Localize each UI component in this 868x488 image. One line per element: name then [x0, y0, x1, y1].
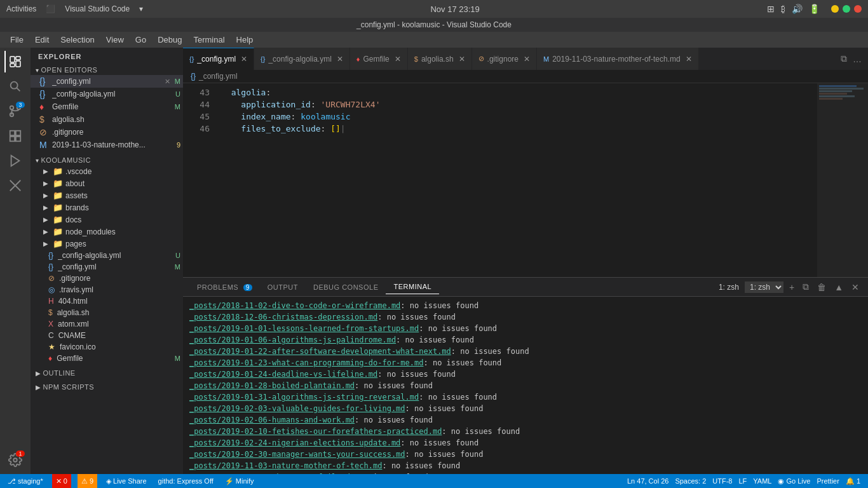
folder-docs[interactable]: ▶ 📁 docs: [31, 214, 183, 226]
outline-toggle[interactable]: ▶ OUTLINE: [31, 368, 183, 378]
menu-selection[interactable]: Selection: [55, 34, 99, 46]
breadcrumb-label[interactable]: _config.yml: [199, 72, 238, 81]
minimize-button[interactable]: [831, 5, 839, 13]
term-link-1[interactable]: _posts/2018-11-02-dive-to-code-or-wirefr…: [189, 301, 400, 310]
maximize-button[interactable]: [843, 5, 850, 13]
open-editor-gemfile[interactable]: ♦ Gemfile M: [31, 100, 183, 113]
terminal-select[interactable]: 1: zsh: [745, 281, 783, 293]
tab-gemfile-close[interactable]: ✕: [395, 55, 401, 64]
tab-algolia-sh[interactable]: $ algolia.sh ✕: [408, 48, 472, 70]
run-icon[interactable]: [4, 150, 26, 172]
term-link-10[interactable]: _posts/2019-02-03-valuable-guides-for-li…: [189, 404, 405, 413]
tab-gemfile[interactable]: ♦ Gemfile ✕: [350, 48, 408, 70]
terminal-content[interactable]: _posts/2018-11-02-dive-to-code-or-wirefr…: [183, 297, 868, 474]
status-spaces[interactable]: Spaces: 2: [672, 477, 709, 485]
term-link-8[interactable]: _posts/2019-01-28-boiled-plantain.md: [189, 381, 355, 390]
open-editor-nature-md[interactable]: M 2019-11-03-nature-mothe... 9: [31, 139, 183, 151]
file-travis[interactable]: ◎ .travis.yml: [31, 284, 183, 295]
source-control-icon[interactable]: 3: [4, 100, 26, 122]
status-encoding[interactable]: UTF-8: [710, 477, 735, 485]
panel-maximize-button[interactable]: ▲: [832, 281, 846, 294]
status-position[interactable]: Ln 47, Col 26: [625, 477, 671, 485]
code-editor[interactable]: algolia: application_id: 'URCWH72LX4' in…: [215, 83, 817, 277]
npm-scripts-toggle[interactable]: ▶ NPM SCRIPTS: [31, 382, 183, 392]
file-404[interactable]: H 404.html: [31, 295, 183, 307]
tab-gitignore-close[interactable]: ✕: [524, 55, 530, 64]
status-branch[interactable]: ⎇ staging*: [5, 477, 46, 485]
menu-debug[interactable]: Debug: [153, 34, 187, 46]
term-link-15[interactable]: _posts/2019-11-03-nature-mother-of-tech.…: [189, 461, 382, 470]
search-icon[interactable]: [4, 76, 26, 97]
file-gitignore[interactable]: ⊘ .gitignore: [31, 273, 183, 284]
git-icon[interactable]: [4, 175, 26, 196]
kill-terminal-button[interactable]: 🗑: [815, 281, 829, 294]
menu-view[interactable]: View: [101, 34, 129, 46]
status-language[interactable]: YAML: [750, 477, 774, 485]
term-link-13[interactable]: _posts/2019-02-24-nigerian-elections-upd…: [189, 438, 400, 447]
tab-config-yml-close[interactable]: ✕: [241, 55, 247, 64]
status-go-live[interactable]: ◉ Go Live: [775, 477, 813, 485]
more-actions-button[interactable]: …: [851, 53, 863, 65]
split-editor-button[interactable]: ⧉: [839, 52, 848, 65]
file-config-algolia[interactable]: {} _config-algolia.yml U: [31, 250, 183, 261]
menu-go[interactable]: Go: [130, 34, 151, 46]
close-button[interactable]: [854, 5, 862, 13]
file-cname[interactable]: C CNAME: [31, 330, 183, 341]
folder-pages[interactable]: ▶ 📁 pages: [31, 238, 183, 250]
battery-icon[interactable]: 🔋: [809, 4, 820, 14]
new-terminal-button[interactable]: +: [787, 281, 797, 294]
menu-file[interactable]: File: [5, 34, 29, 46]
split-terminal-button[interactable]: ⧉: [800, 280, 811, 294]
panel-tab-problems[interactable]: PROBLEMS 9: [189, 280, 260, 294]
term-link-2[interactable]: _posts/2018-12-06-christmas-depression.m…: [189, 313, 377, 322]
panel-tab-output[interactable]: OUTPUT: [260, 280, 306, 294]
menu-help[interactable]: Help: [231, 34, 259, 46]
open-editors-toggle[interactable]: ▾ OPEN EDITORS: [31, 65, 183, 75]
file-gemfile[interactable]: ♦ Gemfile M: [31, 353, 183, 364]
folder-vscode[interactable]: ▶ 📁 .vscode: [31, 165, 183, 177]
term-link-3[interactable]: _posts/2019-01-01-lessons-learned-from-s…: [189, 324, 419, 333]
tab-algolia-sh-close[interactable]: ✕: [459, 55, 465, 64]
volume-icon[interactable]: 🔊: [792, 4, 803, 14]
folder-brands[interactable]: ▶ 📁 brands: [31, 201, 183, 214]
menu-terminal[interactable]: Terminal: [188, 34, 229, 46]
status-gitd[interactable]: githd: Express Off: [156, 477, 216, 485]
status-notifications[interactable]: 🔔 1: [843, 477, 863, 485]
explorer-icon[interactable]: [4, 51, 26, 72]
term-link-14[interactable]: _posts/2019-02-30-manager-wants-your-suc…: [189, 450, 405, 459]
tab-gitignore[interactable]: ⊘ .gitignore ✕: [472, 48, 537, 70]
status-live-share[interactable]: ◈ Live Share: [104, 477, 149, 485]
term-link-11[interactable]: _posts/2019-02-06-humans-and-work.md: [189, 416, 355, 424]
status-errors[interactable]: ✕ 0: [52, 474, 71, 488]
folder-node-modules[interactable]: ▶ 📁 node_modules: [31, 226, 183, 238]
extensions-icon[interactable]: [4, 125, 26, 147]
close-config-yml-icon[interactable]: ✕: [165, 78, 170, 86]
settings-icon[interactable]: 1: [4, 449, 26, 471]
file-favicon[interactable]: ★ favicon.ico: [31, 341, 183, 353]
term-link-6[interactable]: _posts/2019-01-23-what-can-programming-d…: [189, 358, 423, 367]
status-eol[interactable]: LF: [736, 477, 750, 485]
bluetooth-icon[interactable]: ₿: [781, 4, 785, 14]
folder-assets[interactable]: ▶ 📁 assets: [31, 189, 183, 201]
status-prettier[interactable]: Prettier: [814, 477, 841, 485]
koolamusic-toggle[interactable]: ▾ KOOLAMUSIC: [31, 155, 183, 165]
display-icon[interactable]: ⊞: [767, 4, 775, 14]
panel-tab-terminal[interactable]: TERMINAL: [386, 280, 439, 294]
term-link-4[interactable]: _posts/2019-01-06-algorithms-js-palindro…: [189, 336, 396, 344]
open-editor-config-yml[interactable]: {} _config.yml ✕ M: [31, 75, 183, 88]
tab-config-algolia[interactable]: {} _config-algolia.yml ✕: [254, 48, 350, 70]
folder-about[interactable]: ▶ 📁 about: [31, 177, 183, 189]
tab-nature-md[interactable]: M 2019-11-03-nature-mother-of-tech.md ✕: [537, 48, 699, 70]
panel-close-button[interactable]: ✕: [849, 281, 862, 294]
status-warnings[interactable]: ⚠ 9: [78, 474, 97, 488]
open-editor-gitignore[interactable]: ⊘ .gitignore: [31, 126, 183, 139]
activities-label[interactable]: Activities: [6, 4, 36, 13]
open-editor-config-algolia[interactable]: {} _config-algolia.yml U: [31, 88, 183, 100]
tab-algolia-close[interactable]: ✕: [337, 55, 343, 64]
term-link-12[interactable]: _posts/2019-02-10-fetishes-our-forefathe…: [189, 427, 442, 436]
file-atom-xml[interactable]: X atom.xml: [31, 318, 183, 330]
file-config-yml[interactable]: {} _config.yml M: [31, 261, 183, 273]
term-link-16[interactable]: _posts/2019-11-15-why-teams-fail.md: [189, 473, 350, 474]
term-link-7[interactable]: _posts/2019-01-24-deadline-vs-lifeline.m…: [189, 370, 377, 379]
tab-config-yml[interactable]: {} _config.yml ✕: [183, 48, 254, 70]
